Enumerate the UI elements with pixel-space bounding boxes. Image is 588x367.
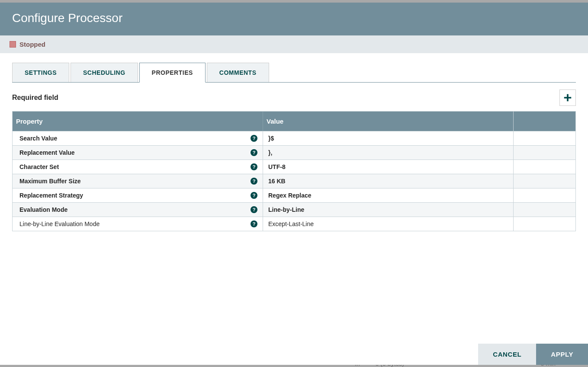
history-cell (513, 217, 575, 231)
tab-settings[interactable]: SETTINGS (12, 63, 69, 82)
property-cell: Character Set? (13, 160, 263, 174)
value-cell[interactable]: 16 KB (263, 174, 513, 188)
history-cell (513, 203, 575, 217)
value-cell[interactable]: UTF-8 (263, 160, 513, 174)
property-name: Replacement Value (19, 149, 75, 156)
table-row[interactable]: Replacement Strategy?Regex Replace (13, 188, 575, 202)
add-property-button[interactable] (559, 89, 576, 106)
table-header-row: Property Value (13, 112, 575, 131)
cancel-button[interactable]: CANCEL (478, 344, 536, 365)
property-name: Replacement Strategy (19, 192, 83, 199)
history-cell (513, 146, 575, 160)
property-name: Character Set (19, 163, 59, 170)
help-icon[interactable]: ? (251, 192, 257, 199)
property-cell: Replacement Strategy? (13, 188, 263, 202)
property-name: Line-by-Line Evaluation Mode (19, 220, 100, 227)
help-icon[interactable]: ? (251, 163, 257, 170)
tab-scheduling[interactable]: SCHEDULING (71, 63, 138, 82)
tab-bar: SETTINGS SCHEDULING PROPERTIES COMMENTS (12, 63, 576, 83)
property-cell: Search Value? (13, 131, 263, 145)
tab-container: SETTINGS SCHEDULING PROPERTIES COMMENTS (0, 53, 588, 83)
help-icon[interactable]: ? (251, 206, 257, 213)
property-cell: Replacement Value? (13, 146, 263, 160)
property-name: Search Value (19, 135, 57, 142)
properties-table: Property Value Search Value?}$Replacemen… (12, 111, 576, 231)
history-cell (513, 174, 575, 188)
header-property: Property (13, 112, 263, 131)
table-row[interactable]: Maximum Buffer Size?16 KB (13, 174, 575, 188)
section-header: Required field (12, 89, 576, 106)
value-cell[interactable]: Except-Last-Line (263, 217, 513, 231)
status-text: Stopped (19, 41, 45, 48)
history-cell (513, 131, 575, 145)
property-name: Evaluation Mode (19, 206, 67, 213)
property-cell: Maximum Buffer Size? (13, 174, 263, 188)
help-icon[interactable]: ? (251, 135, 257, 142)
table-row[interactable]: Character Set?UTF-8 (13, 160, 575, 174)
configure-processor-dialog: Configure Processor Stopped SETTINGS SCH… (0, 3, 588, 365)
value-cell[interactable]: Regex Replace (263, 188, 513, 202)
help-icon[interactable]: ? (251, 178, 257, 185)
section-title: Required field (12, 94, 58, 102)
value-cell[interactable]: }, (263, 146, 513, 160)
table-row[interactable]: Line-by-Line Evaluation Mode?Except-Last… (13, 217, 575, 231)
table-body: Search Value?}$Replacement Value?},Chara… (13, 131, 575, 231)
property-cell: Line-by-Line Evaluation Mode? (13, 217, 263, 231)
value-cell[interactable]: Line-by-Line (263, 203, 513, 217)
stopped-icon (10, 41, 16, 48)
header-value: Value (263, 112, 513, 131)
tab-comments[interactable]: COMMENTS (207, 63, 269, 82)
apply-button[interactable]: APPLY (536, 344, 588, 365)
header-history (513, 112, 575, 131)
help-icon[interactable]: ? (251, 149, 257, 156)
status-bar: Stopped (0, 35, 588, 53)
tab-properties[interactable]: PROPERTIES (139, 63, 206, 83)
value-cell[interactable]: }$ (263, 131, 513, 145)
property-name: Maximum Buffer Size (19, 178, 81, 185)
table-row[interactable]: Search Value?}$ (13, 131, 575, 145)
dialog-footer: CANCEL APPLY (0, 344, 588, 365)
history-cell (513, 160, 575, 174)
dialog-title: Configure Processor (0, 3, 588, 35)
table-row[interactable]: Evaluation Mode?Line-by-Line (13, 202, 575, 217)
history-cell (513, 188, 575, 202)
properties-content: Required field Property Value Search Val… (0, 83, 588, 344)
plus-icon (563, 93, 572, 102)
table-row[interactable]: Replacement Value?}, (13, 145, 575, 160)
help-icon[interactable]: ? (251, 220, 257, 227)
property-cell: Evaluation Mode? (13, 203, 263, 217)
